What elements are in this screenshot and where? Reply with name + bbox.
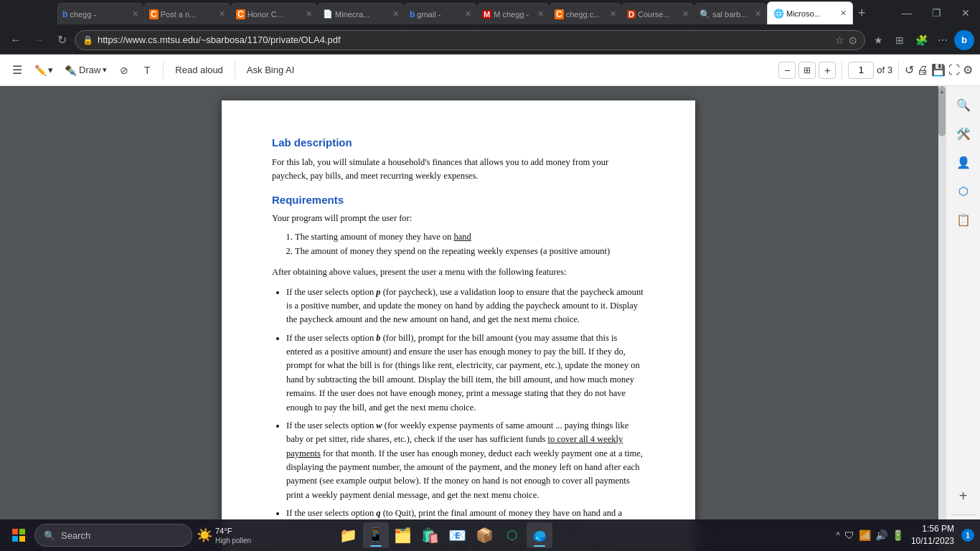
clock[interactable]: 1:56 PM 10/11/2023 (908, 523, 957, 547)
tab-8[interactable]: D Course... ✕ (622, 3, 694, 24)
favorites-sidebar-button[interactable]: 🛠️ (952, 122, 975, 145)
tab-10-close[interactable]: ✕ (840, 9, 847, 18)
draw-tool[interactable]: ✒️ Draw ▾ (60, 62, 111, 79)
taskbar-app7[interactable]: ⬡ (499, 522, 525, 548)
add-sidebar-button[interactable]: + (952, 484, 975, 507)
tab-7[interactable]: C chegg.c... ✕ (550, 3, 621, 24)
start-button[interactable] (6, 522, 32, 548)
edge-icon (532, 528, 547, 542)
forward-button[interactable]: → (29, 30, 49, 50)
tray-expand-button[interactable]: ^ (836, 530, 840, 540)
address-zoom-icon[interactable]: ⊙ (849, 34, 857, 46)
minimize-button[interactable]: — (892, 4, 922, 22)
highlight-tool[interactable]: ✏️ ▾ (30, 62, 57, 79)
tab-4-favicon: 📄 (323, 9, 333, 19)
scroll-up-arrow[interactable]: ▲ (938, 86, 946, 96)
menu-item-p: If the user selects option p (for payche… (286, 286, 645, 327)
draw-icon: ✒️ (65, 65, 77, 76)
bing-button[interactable]: b (954, 30, 974, 50)
taskbar-fileexplorer2[interactable]: 🗂️ (390, 522, 416, 548)
save-button[interactable]: 💾 (931, 63, 946, 77)
fullscreen-button[interactable]: ⛶ (948, 64, 960, 77)
tab-7-favicon: C (555, 9, 564, 19)
search-sidebar-button[interactable]: 🔍 (952, 93, 975, 116)
tab-7-close[interactable]: ✕ (610, 9, 616, 19)
rotate-button[interactable]: ↺ (905, 63, 914, 77)
more-tools-button[interactable]: ⚙ (963, 63, 973, 77)
pdf-scrollbar[interactable]: ▲ ▼ (938, 86, 946, 551)
close-button[interactable]: ✕ (951, 4, 980, 22)
eraser-tool[interactable]: ⊘ (114, 60, 134, 80)
tab-6[interactable]: M M chegg - ✕ (477, 3, 549, 24)
tab-10-active[interactable]: 🌐 Microso... ✕ (767, 1, 853, 24)
fit-page-button[interactable]: ⊞ (798, 62, 816, 79)
tab-2-close[interactable]: ✕ (219, 9, 225, 19)
menu-intro: After obtaining above values, present th… (272, 265, 645, 279)
back-button[interactable]: ← (6, 30, 26, 50)
taskbar-store[interactable]: 🛍️ (418, 522, 443, 548)
highlight-label: ▾ (48, 65, 53, 75)
tab-4-close[interactable]: ✕ (392, 9, 399, 19)
favorites-button[interactable]: ★ (868, 30, 888, 50)
weather-widget[interactable]: ☀️ 74°F High pollen (197, 526, 251, 545)
tab-9[interactable]: 🔍 sal barb... ✕ (694, 3, 766, 24)
tab-9-close[interactable]: ✕ (755, 9, 761, 19)
extensions-button[interactable]: 🧩 (911, 30, 931, 50)
requirements-heading: Requirements (272, 194, 645, 206)
address-star-icon[interactable]: ☆ (835, 34, 844, 46)
tab-6-title: M chegg - (494, 10, 536, 19)
pdf-viewer: Lab description For this lab, you will s… (0, 86, 946, 551)
tab-1[interactable]: b chegg - ✕ (57, 3, 143, 24)
date-display: 10/11/2023 (911, 535, 954, 547)
notification-count: 1 (966, 532, 970, 540)
taskbar-search-bar[interactable]: 🔍 Search (34, 524, 192, 547)
ask-bing-button[interactable]: Ask Bing AI (241, 62, 300, 78)
tab-5-close[interactable]: ✕ (465, 9, 471, 19)
tab-3-close[interactable]: ✕ (306, 9, 312, 19)
clipboard-sidebar-button[interactable]: 📋 (952, 208, 975, 231)
taskbar-search-label: Search (61, 530, 90, 541)
tray-volume-icon: 🔊 (875, 529, 887, 541)
taskbar-teams[interactable]: 📱 (363, 522, 389, 548)
address-input[interactable] (98, 34, 831, 45)
tab-7-title: chegg.c... (566, 10, 608, 19)
taskbar-edge[interactable] (527, 522, 552, 548)
sidebar-toggle-button[interactable]: ☰ (7, 60, 27, 80)
notification-badge[interactable]: 1 (961, 529, 974, 542)
zoom-out-button[interactable]: − (778, 62, 796, 79)
weather-sun-icon: ☀️ (197, 527, 212, 543)
taskbar-search-icon: 🔍 (44, 530, 55, 541)
requirement-item-1: The starting amount of money they have o… (295, 230, 645, 244)
tab-8-close[interactable]: ✕ (682, 9, 689, 19)
tab-5[interactable]: b gmail - ✕ (405, 3, 476, 24)
pdf-page: Lab description For this lab, you will s… (222, 100, 695, 551)
bing-sidebar-button[interactable]: ⬡ (952, 179, 975, 202)
tab-1-close[interactable]: ✕ (132, 9, 138, 19)
tab-2-favicon: C (149, 9, 159, 19)
page-number-input[interactable] (848, 62, 874, 79)
tab-4[interactable]: 📄 Minecra... ✕ (318, 3, 404, 24)
lock-icon: 🔒 (83, 35, 93, 45)
weather-temp: 74°F (215, 526, 251, 536)
toolbar-separator-1 (163, 62, 164, 79)
taskbar-explorer[interactable]: 📁 (336, 522, 362, 548)
browser-menu-button[interactable]: ⋯ (933, 30, 953, 50)
zoom-in-button[interactable]: + (819, 62, 836, 79)
tray-security-icon: 🛡 (844, 529, 854, 541)
reload-button[interactable]: ↻ (52, 30, 72, 50)
svg-rect-0 (12, 529, 18, 534)
maximize-button[interactable]: ❐ (922, 4, 951, 22)
toolbar-separator-3 (842, 62, 842, 79)
collections-button[interactable]: ⊞ (890, 30, 910, 50)
new-tab-button[interactable]: + (854, 6, 870, 21)
taskbar-dropbox[interactable]: 📦 (472, 522, 498, 548)
print-button[interactable]: 🖨 (917, 64, 928, 77)
taskbar-mail[interactable]: 📧 (445, 522, 471, 548)
tab-6-close[interactable]: ✕ (537, 9, 544, 19)
read-aloud-button[interactable]: Read aloud (169, 62, 229, 78)
tab-3[interactable]: C Honor C... ✕ (231, 3, 317, 24)
text-tool[interactable]: T (137, 60, 157, 80)
tab-6-favicon: M (482, 10, 491, 19)
profile-sidebar-button[interactable]: 👤 (952, 151, 975, 174)
tab-2[interactable]: C Post a n... ✕ (144, 3, 230, 24)
